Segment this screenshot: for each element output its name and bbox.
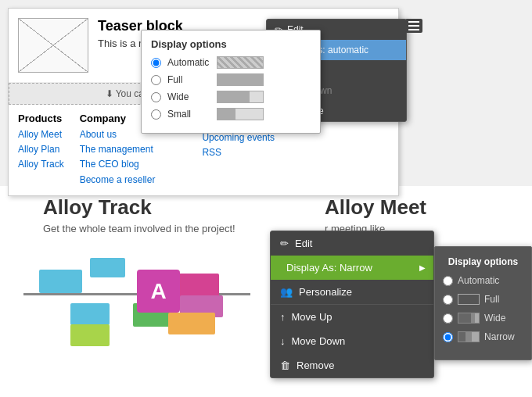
menu-item-personalize[interactable]: 👥 Personalize xyxy=(271,280,433,304)
option-automatic-preview xyxy=(217,56,264,69)
opt2-narrow-swatch xyxy=(458,331,480,342)
menu-item-remove-2[interactable]: 🗑 Remove xyxy=(271,353,433,377)
opt2-automatic-label: Automatic xyxy=(458,275,499,286)
option-full-label: Full xyxy=(167,74,210,85)
menu-display-as-label-2: Display As: Narrow xyxy=(286,262,372,274)
context-menu-trigger-1[interactable] xyxy=(405,19,422,33)
option-automatic-radio[interactable] xyxy=(151,58,161,68)
menu-item-display-as-2[interactable]: Display As: Narrow xyxy=(271,256,433,280)
menu-edit-label-2: Edit xyxy=(295,238,312,249)
alloy-track-title: Alloy Track xyxy=(43,195,235,220)
option-wide-row: Wide xyxy=(151,91,311,103)
option-small-label: Small xyxy=(167,109,210,120)
teaser-image xyxy=(18,18,88,73)
nav-col-products-heading: Products xyxy=(18,113,64,124)
option-small-row: Small xyxy=(151,108,311,120)
pencil-icon-2: ✏ xyxy=(280,238,289,249)
nav-link-alloy-meet[interactable]: Alloy Meet xyxy=(18,127,64,142)
opt2-narrow-radio[interactable] xyxy=(443,332,453,342)
arrow-up-icon-2: ↑ xyxy=(280,311,286,323)
alloy-meet-section: Alloy Meet r meeting like xyxy=(325,195,426,234)
display-options-1-title: Display options xyxy=(151,38,311,50)
option-small-preview xyxy=(217,108,264,120)
opt2-full-label: Full xyxy=(484,294,499,305)
menu-move-up-label-2: Move Up xyxy=(292,311,332,323)
nav-link-rss[interactable]: RSS xyxy=(202,145,275,160)
nav-link-ceo-blog[interactable]: The CEO blog xyxy=(80,157,156,172)
block-blue-3 xyxy=(70,303,110,325)
option-automatic-label: Automatic xyxy=(167,57,210,68)
block-yellow-1 xyxy=(70,324,110,346)
menu-item-move-up-2[interactable]: ↑ Move Up xyxy=(271,305,433,329)
nav-link-management[interactable]: The management xyxy=(80,142,156,157)
opt2-automatic-radio[interactable] xyxy=(443,276,453,286)
option-small-radio[interactable] xyxy=(151,109,161,120)
alloy-track-section: Alloy Track Get the whole team involved … xyxy=(43,195,235,234)
menu-move-down-label-2: Move Down xyxy=(292,335,346,347)
menu-personalize-label: Personalize xyxy=(299,286,352,298)
option-full-row: Full xyxy=(151,73,311,86)
opt2-wide-swatch xyxy=(458,313,480,324)
display-options-2-title: Display options xyxy=(443,256,523,267)
option-wide-label: Wide xyxy=(167,91,210,102)
block-blue-1 xyxy=(39,270,82,293)
opt2-wide-radio[interactable] xyxy=(443,313,453,324)
trash-icon-2: 🗑 xyxy=(280,359,290,371)
block-blue-2 xyxy=(90,258,125,277)
nav-link-alloy-plan[interactable]: Alloy Plan xyxy=(18,142,64,157)
opt2-narrow-label: Narrow xyxy=(484,331,515,342)
arrow-down-icon-2: ↓ xyxy=(280,335,286,347)
opt2-narrow-row: Narrow xyxy=(443,331,523,342)
display-options-popup-1: Display options Automatic Full Wide Smal… xyxy=(141,30,321,134)
display-options-popup-2: Display options Automatic Full Wide Narr… xyxy=(434,246,532,360)
opt2-wide-label: Wide xyxy=(484,313,505,324)
option-automatic-row: Automatic xyxy=(151,56,311,69)
menu-item-edit-2[interactable]: ✏ Edit xyxy=(271,231,433,256)
context-menu-2: ✏ Edit Display As: Narrow 👥 Personalize … xyxy=(270,231,434,378)
alloy-meet-title: Alloy Meet xyxy=(325,195,426,220)
opt2-wide-row: Wide xyxy=(443,313,523,324)
nav-link-reseller[interactable]: Become a reseller xyxy=(80,173,156,188)
opt2-full-row: Full xyxy=(443,294,523,305)
block-orange-1 xyxy=(168,313,215,334)
alloy-track-subtitle: Get the whole team involved in the proje… xyxy=(43,223,235,234)
menu-item-move-down-2[interactable]: ↓ Move Down xyxy=(271,329,433,353)
person-icon: 👥 xyxy=(280,286,293,298)
nav-link-alloy-track[interactable]: Alloy Track xyxy=(18,157,64,172)
option-wide-radio[interactable] xyxy=(151,92,161,102)
menu-remove-label-2: Remove xyxy=(297,359,334,371)
nav-col-products: Products Alloy Meet Alloy Plan Alloy Tra… xyxy=(18,113,64,188)
opt2-full-radio[interactable] xyxy=(443,295,453,305)
option-full-radio[interactable] xyxy=(151,75,161,85)
option-wide-preview xyxy=(217,91,264,103)
opt2-automatic-row: Automatic xyxy=(443,275,523,286)
alloy-logo-block: A xyxy=(137,270,180,313)
opt2-full-swatch xyxy=(458,294,480,305)
blocks-illustration: A xyxy=(23,234,258,383)
option-full-preview xyxy=(217,73,264,86)
